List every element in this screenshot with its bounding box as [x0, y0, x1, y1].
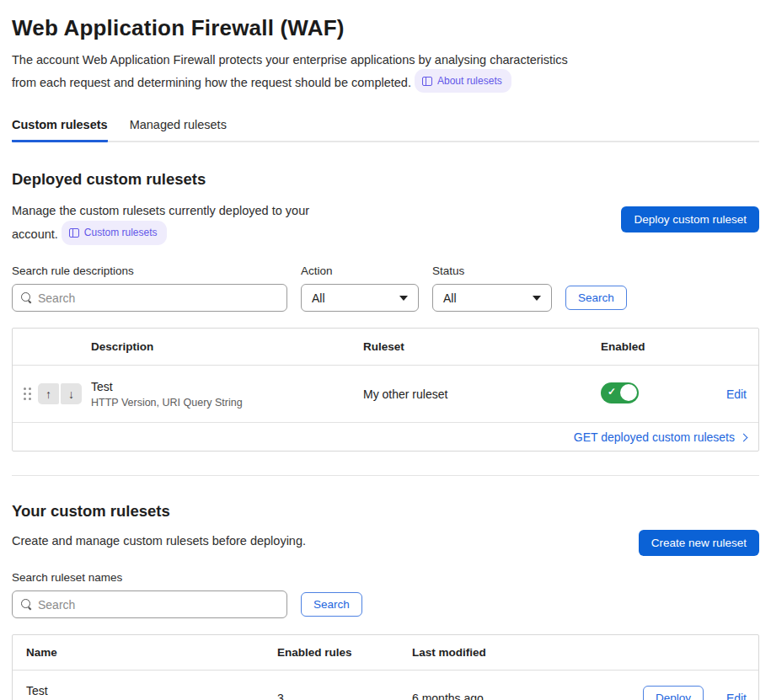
ruleset-search-row: Search ruleset names Search — [12, 571, 759, 618]
book-icon — [69, 228, 79, 238]
chevron-down-icon — [399, 296, 408, 301]
action-filter-label: Action — [301, 265, 419, 277]
action-filter-value: All — [312, 291, 325, 305]
get-deployed-rulesets-label: GET deployed custom rulesets — [574, 430, 735, 444]
deployed-filters: Search rule descriptions Action All Stat… — [12, 265, 759, 312]
drag-handle-icon[interactable] — [24, 387, 31, 400]
move-down-button[interactable]: ↓ — [61, 383, 82, 404]
rule-search-button[interactable]: Search — [565, 286, 627, 310]
ruleset-name-cell: Test Another ruleset description — [13, 684, 277, 700]
chevron-down-icon — [533, 296, 541, 301]
deployed-description-line1: Manage the custom rulesets currently dep… — [12, 204, 309, 217]
page-description-line1: The account Web Application Firewall pro… — [12, 53, 568, 67]
reorder-arrows: ↑ ↓ — [38, 383, 82, 404]
ruleset-edit-cell: Edit — [701, 692, 758, 700]
column-header-ruleset: Ruleset — [363, 340, 601, 353]
action-filter-select[interactable]: All — [301, 284, 419, 312]
toggle-knob — [620, 384, 637, 401]
about-rulesets-label: About rulesets — [437, 72, 502, 90]
enabled-toggle[interactable]: ✓ — [601, 382, 639, 403]
get-deployed-rulesets-link[interactable]: GET deployed custom rulesets — [574, 430, 747, 444]
deployed-table-header: Description Ruleset Enabled — [13, 329, 758, 366]
check-icon: ✓ — [608, 386, 616, 398]
status-filter-label: Status — [432, 265, 552, 277]
page-description: The account Web Application Firewall pro… — [12, 51, 759, 93]
deployed-description-line2: account. — [12, 227, 58, 241]
action-filter-field: Action All — [301, 265, 419, 312]
rule-search-input[interactable] — [38, 291, 278, 305]
rule-description: Test — [91, 380, 363, 393]
status-filter-value: All — [443, 291, 457, 305]
page-title: Web Application Firewall (WAF) — [12, 15, 759, 41]
custom-rulesets-badge-label: Custom rulesets — [84, 223, 158, 243]
ruleset-search-button[interactable]: Search — [301, 592, 362, 617]
your-rulesets-heading: Your custom rulesets — [12, 502, 759, 521]
row-reorder-controls: ↑ ↓ — [13, 383, 91, 404]
your-rulesets-table-header: Name Enabled rules Last modified — [13, 635, 758, 671]
ruleset-enabled-rules-cell: 3 — [277, 692, 412, 700]
deploy-custom-ruleset-button[interactable]: Deploy custom ruleset — [621, 206, 759, 232]
deployed-section-heading: Deployed custom rulesets — [12, 170, 759, 189]
tab-bar: Custom rulesets Managed rulesets — [12, 118, 759, 142]
section-divider — [12, 475, 759, 476]
about-rulesets-badge[interactable]: About rulesets — [415, 69, 511, 93]
column-header-last-modified: Last modified — [412, 646, 643, 659]
ruleset-deploy-cell: Deploy — [643, 686, 701, 700]
deployed-table-footer: GET deployed custom rulesets — [13, 423, 758, 451]
rule-description-sub: HTTP Version, URI Query String — [91, 397, 363, 409]
rule-ruleset-cell: My other ruleset — [363, 387, 601, 401]
tab-custom-rulesets[interactable]: Custom rulesets — [12, 118, 108, 142]
ruleset-name: Test — [26, 684, 277, 697]
status-filter-select[interactable]: All — [432, 284, 552, 312]
search-rule-descriptions-label: Search rule descriptions — [12, 265, 287, 277]
column-header-enabled-rules: Enabled rules — [277, 646, 412, 659]
deployed-description: Manage the custom rulesets currently dep… — [12, 201, 309, 245]
custom-rulesets-badge[interactable]: Custom rulesets — [62, 221, 167, 245]
chevron-right-icon — [740, 433, 748, 441]
status-filter-field: Status All — [432, 265, 552, 312]
ruleset-last-modified-cell: 6 months ago — [412, 692, 643, 700]
tab-managed-rulesets[interactable]: Managed rulesets — [130, 118, 227, 142]
move-up-button[interactable]: ↑ — [38, 383, 59, 404]
column-header-enabled: Enabled — [601, 340, 701, 353]
your-rulesets-table-row: Test Another ruleset description 3 6 mon… — [13, 671, 758, 700]
waf-page: Web Application Firewall (WAF) The accou… — [0, 0, 771, 700]
ruleset-search-input[interactable] — [38, 598, 278, 612]
create-new-ruleset-button[interactable]: Create new ruleset — [639, 530, 759, 556]
rule-enabled-cell: ✓ — [601, 382, 701, 406]
rule-edit-cell: Edit — [701, 387, 758, 401]
deploy-ruleset-button[interactable]: Deploy — [643, 686, 704, 700]
deployed-intro-row: Manage the custom rulesets currently dep… — [12, 201, 759, 245]
rule-search-box — [12, 284, 287, 312]
your-rulesets-table: Name Enabled rules Last modified Test An… — [12, 634, 759, 700]
search-icon — [21, 292, 32, 303]
rule-description-cell: Test HTTP Version, URI Query String — [91, 380, 363, 409]
column-header-description: Description — [91, 340, 363, 353]
page-description-line2: from each request and determining how th… — [12, 76, 411, 89]
edit-ruleset-link[interactable]: Edit — [726, 692, 747, 700]
search-rule-descriptions-field: Search rule descriptions — [12, 265, 287, 312]
ruleset-search-box — [12, 590, 287, 618]
column-header-name: Name — [13, 646, 277, 659]
search-icon — [21, 599, 32, 610]
your-rulesets-intro-row: Create and manage custom rulesets before… — [12, 532, 759, 556]
deployed-rulesets-table: Description Ruleset Enabled ↑ ↓ Test HTT… — [12, 328, 759, 452]
your-rulesets-description: Create and manage custom rulesets before… — [12, 532, 306, 551]
search-ruleset-names-field: Search ruleset names — [12, 571, 287, 618]
deployed-table-row: ↑ ↓ Test HTTP Version, URI Query String … — [13, 366, 758, 423]
edit-rule-link[interactable]: Edit — [726, 387, 747, 401]
search-ruleset-names-label: Search ruleset names — [12, 571, 287, 584]
book-icon — [422, 77, 432, 86]
